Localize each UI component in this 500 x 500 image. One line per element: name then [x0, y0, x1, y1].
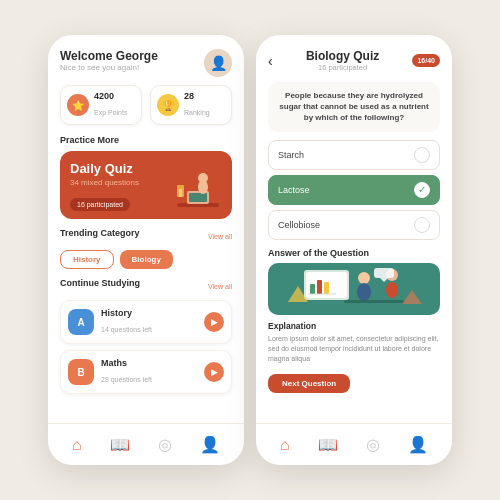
options-list: Starch Lactose ✓ Cellobiose: [268, 140, 440, 240]
history-subject-name: History: [101, 308, 197, 318]
ranking-value: 28: [184, 91, 210, 101]
svg-rect-6: [179, 189, 182, 197]
exp-label: Exp Points: [94, 109, 127, 116]
nav-book-icon[interactable]: 📖: [110, 435, 130, 454]
history-study-item[interactable]: A History 14 questions left ▶: [60, 300, 232, 344]
option-starch-label: Starch: [278, 150, 304, 160]
nav-home-icon[interactable]: ⌂: [72, 436, 82, 454]
maths-subject-name: Maths: [101, 358, 197, 368]
participated-badge: 16 participated: [70, 198, 130, 211]
exp-stat: ⭐ 4200 Exp Points: [60, 85, 142, 125]
quiz-participated: 16 participated: [273, 63, 413, 72]
biology-category-btn[interactable]: Biology: [120, 250, 173, 269]
continue-label: Continue Studying: [60, 278, 140, 288]
question-box: People because they are hydrolyzed sugar…: [268, 82, 440, 132]
nav-target-icon[interactable]: ◎: [158, 435, 172, 454]
nav-profile-icon[interactable]: 👤: [200, 435, 220, 454]
quiz-illustration: [170, 155, 226, 219]
right-bottom-nav: ⌂ 📖 ◎ 👤: [256, 423, 452, 465]
svg-rect-18: [374, 268, 394, 278]
option-starch[interactable]: Starch: [268, 140, 440, 170]
svg-point-4: [198, 173, 208, 183]
svg-point-17: [386, 282, 398, 298]
trending-view-all[interactable]: View all: [208, 233, 232, 240]
svg-rect-12: [324, 282, 329, 294]
welcome-text: Welcome George Nice to see you again!: [60, 49, 158, 72]
right-nav-target-icon[interactable]: ◎: [366, 435, 380, 454]
option-lactose-check: ✓: [414, 182, 430, 198]
progress-badge: 16/40: [412, 54, 440, 67]
maths-study-item[interactable]: B Maths 28 questions left ▶: [60, 350, 232, 394]
continue-header: Continue Studying View all: [60, 278, 232, 294]
answer-section-label: Answer of the Question: [268, 248, 440, 258]
left-header: Welcome George Nice to see you again! 👤: [60, 49, 232, 77]
history-category-btn[interactable]: History: [60, 250, 114, 269]
continue-view-all[interactable]: View all: [208, 283, 232, 290]
ranking-stat: 🏆 28 Ranking: [150, 85, 232, 125]
maths-icon: B: [68, 359, 94, 385]
answer-illustration: [268, 263, 440, 315]
option-cellobiose[interactable]: Cellobiose: [268, 210, 440, 240]
right-header: ‹ Biology Quiz 16 participated 16/40: [268, 49, 440, 72]
left-bottom-nav: ⌂ 📖 ◎ 👤: [48, 423, 244, 465]
option-lactose[interactable]: Lactose ✓: [268, 175, 440, 205]
ranking-label: Ranking: [184, 109, 210, 116]
history-icon: A: [68, 309, 94, 335]
avatar: 👤: [204, 49, 232, 77]
exp-value: 4200: [94, 91, 127, 101]
welcome-title: Welcome George: [60, 49, 158, 63]
left-phone: Welcome George Nice to see you again! 👤 …: [48, 35, 244, 465]
right-nav-profile-icon[interactable]: 👤: [408, 435, 428, 454]
stats-row: ⭐ 4200 Exp Points 🏆 28 Ranking: [60, 85, 232, 125]
welcome-subtitle: Nice to see you again!: [60, 63, 158, 72]
right-nav-home-icon[interactable]: ⌂: [280, 436, 290, 454]
svg-point-15: [357, 283, 371, 301]
right-nav-book-icon[interactable]: 📖: [318, 435, 338, 454]
explanation-label: Explanation: [268, 321, 440, 331]
svg-rect-2: [189, 193, 207, 202]
maths-questions-left: 28 questions left: [101, 376, 152, 383]
categories-row: History Biology: [60, 250, 232, 269]
quiz-title: Biology Quiz: [273, 49, 413, 63]
right-phone: ‹ Biology Quiz 16 participated 16/40 Peo…: [256, 35, 452, 465]
daily-quiz-card[interactable]: Daily Quiz 34 mixed questions 16 partici…: [60, 151, 232, 219]
trending-label: Trending Category: [60, 228, 140, 238]
exp-icon: ⭐: [67, 94, 89, 116]
option-starch-check: [414, 147, 430, 163]
svg-rect-20: [344, 300, 404, 303]
phones-container: Welcome George Nice to see you again! 👤 …: [48, 35, 452, 465]
svg-rect-10: [310, 284, 315, 294]
maths-play-btn[interactable]: ▶: [204, 362, 224, 382]
ranking-icon: 🏆: [157, 94, 179, 116]
option-cellobiose-check: [414, 217, 430, 233]
history-questions-left: 14 questions left: [101, 326, 152, 333]
option-cellobiose-label: Cellobiose: [278, 220, 320, 230]
practice-label: Practice More: [60, 135, 232, 145]
explanation-text: Lorem ipsum dolor sit amet, consectetur …: [268, 334, 440, 364]
option-lactose-label: Lactose: [278, 185, 310, 195]
history-play-btn[interactable]: ▶: [204, 312, 224, 332]
svg-point-14: [358, 272, 370, 284]
next-question-button[interactable]: Next Question: [268, 374, 350, 393]
trending-header: Trending Category View all: [60, 228, 232, 244]
svg-rect-11: [317, 280, 322, 294]
